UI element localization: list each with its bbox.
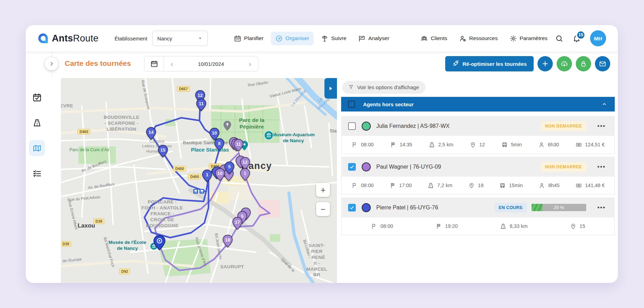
agent-stats-row: 08:0014:352,5 km125min6h301124,51 € [341,136,615,154]
chevron-up-icon[interactable] [602,101,607,107]
agents-group-header[interactable]: Agents hors secteur [341,97,615,111]
reoptimize-button[interactable]: Ré-optimiser les tournées [445,56,534,71]
stat-value: 18 [478,183,484,188]
stat-value: 19:20 [445,223,458,229]
resources-icon [459,35,466,42]
road-icon [427,182,434,189]
nav-item-analyser[interactable]: Analyser [354,32,394,45]
nav-item-paramètres[interactable]: Paramètres [505,32,552,45]
establishment-select[interactable]: Nancy [152,31,208,46]
prev-day-button[interactable]: ‹ [164,60,180,68]
stop-marker-blue-15[interactable]: 15 [158,145,168,159]
content-area: Rue OberlinViaduc Louis MarinLa MeurtheL… [26,76,618,283]
museum-poi [264,131,274,141]
nav-item-label: Organiser [285,35,309,41]
nav-item-suivre[interactable]: Suivre [316,32,351,45]
agent-checkbox[interactable] [348,163,356,171]
map-label: Parc de la Cure d'Air [70,147,110,153]
map-label: Av. de Boufflers [81,159,107,173]
stat-value: 08:00 [380,223,393,229]
funnel-icon [348,84,354,91]
nav-item-organiser[interactable]: Organiser [271,32,314,45]
search-icon[interactable] [555,34,563,43]
pin-icon [570,223,576,230]
tasks-tool[interactable] [29,165,45,182]
nav-item-planifier[interactable]: Planifier [229,32,268,45]
stop-marker-purple-1[interactable]: 1 [240,168,250,182]
antsroute-logo[interactable]: AntsRoute [38,33,99,44]
zoom-in-button[interactable]: + [316,183,330,197]
add-button[interactable] [537,56,553,71]
stop-marker-blue-1[interactable]: 1 [202,169,212,184]
money-icon: 1 [575,182,582,189]
svg-text:12: 12 [243,160,248,165]
export-button[interactable] [557,56,572,71]
agent-stats-row: 08:0019:208,33 km15 [341,217,615,235]
svg-text:8: 8 [218,141,220,146]
collapse-map-button[interactable] [324,78,337,99]
map-label: EVRE [61,103,73,109]
next-day-button[interactable]: › [242,60,258,68]
agent-row-header[interactable]: Pierre Patel | 65-UYG-76EN COURS20 %••• [341,198,615,217]
stop-marker-purple-18[interactable]: 18 [223,234,233,249]
svg-text:1: 1 [244,171,246,176]
stop-marker-purple-10[interactable]: 10 [215,168,225,182]
agent-stats-row: 08:0017:007,2 km1815min8h451141,48 € [341,177,615,194]
nav-item-ressources[interactable]: Ressources [455,32,502,45]
routes-map[interactable]: Rue OberlinViaduc Louis MarinLa MeurtheL… [61,78,337,283]
page-toolbar: Carte des tournées ‹ 10/01/2024 › Ré-opt… [26,52,618,76]
mail-button[interactable] [595,56,610,71]
agent-stat: 1141,48 € [575,182,605,189]
lock-icon [580,60,587,68]
calendar-picker-icon[interactable] [144,56,164,71]
agent-row-header[interactable]: Paul Wagner | 76-UYG-09NON DEMARREE••• [341,157,615,177]
lock-button[interactable] [576,56,591,71]
map-tool[interactable] [29,140,45,156]
stop-marker-purple-17[interactable]: 17 [233,217,243,231]
money-icon: 1 [575,141,582,148]
agent-row-header[interactable]: Julia Fernandez | AS-987-WXNON DEMARREE•… [341,116,615,136]
agent-name: Julia Fernandez | AS-987-WX [376,123,449,129]
map-label: Bd Maréchal Foch [102,237,116,268]
agent-checkbox[interactable] [348,122,356,130]
expand-panel-button[interactable] [45,57,58,70]
map-overlay: Rue OberlinViaduc Louis MarinLa MeurtheL… [61,78,337,283]
caret-down-icon [198,36,203,41]
stop-marker-purple-11[interactable]: 11 [234,139,244,153]
establishment-label: Établissement [115,36,147,41]
stop-marker-blue-5[interactable]: 5 [225,161,235,176]
routes-tool[interactable] [29,115,45,131]
zoom-out-button[interactable]: − [316,202,330,216]
svg-text:14: 14 [149,130,154,135]
stop-marker-blue-11[interactable]: 11 [196,98,206,113]
agent-menu-button[interactable]: ••• [595,123,608,130]
map-label: Rue de Scarpone [140,80,151,110]
agent-color-dot [362,203,371,212]
stop-marker-blue-8[interactable]: 8 [214,138,225,152]
notifications-bell-icon[interactable]: 15 [573,34,581,43]
group-checkbox[interactable] [348,101,355,108]
agent-stat: 08:00 [371,223,393,230]
user-avatar[interactable]: MH [590,30,606,46]
checklist-icon [32,169,42,178]
status-badge: NON DEMARREE [541,121,586,131]
map-label: Av. de Boufflers [88,182,115,190]
cloud-icon [560,60,568,68]
agent-menu-button[interactable]: ••• [595,163,608,170]
svg-text:1: 1 [206,172,208,177]
agent-menu-button[interactable]: ••• [595,204,608,211]
plus-icon [541,60,549,68]
display-options-button[interactable]: Voir les options d'affichage [342,81,425,94]
stat-value: 08:00 [361,142,374,147]
flag-finish-icon [435,223,442,230]
road-icon [32,118,42,128]
road-badge: D39 [61,241,71,247]
agent-stat: 19:20 [435,223,458,230]
agent-checkbox[interactable] [348,204,356,211]
nav-item-clients[interactable]: Clients [416,32,451,45]
svg-text:1: 1 [578,144,579,146]
planning-tool[interactable] [29,89,45,105]
stop-marker-blue-14[interactable]: 14 [146,127,156,141]
quick-actions [537,56,610,71]
map-label: Rue Jeanne d'Arc [194,237,208,267]
